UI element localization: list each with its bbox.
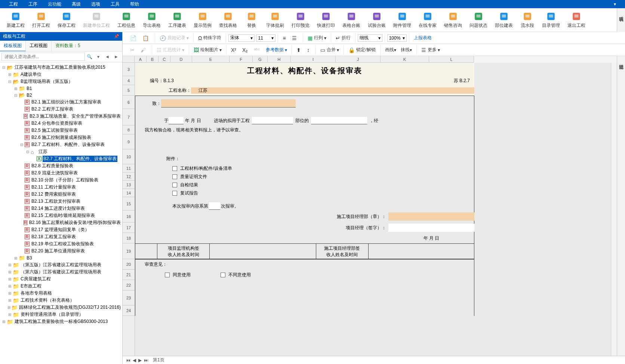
expand-icon[interactable] <box>19 136 24 140</box>
erase-line-button[interactable]: 抹线▾ <box>398 46 414 54</box>
project-info-button[interactable]: 工程信息 <box>114 10 139 30</box>
row-header[interactable]: 20 <box>123 259 135 270</box>
pager-last-icon[interactable]: ⏭ <box>143 358 150 363</box>
tree-node[interactable]: RB2.9 混凝土浇筑报审表 <box>1 169 121 177</box>
tree-node[interactable]: ⊞📁E市政工程 <box>1 283 121 290</box>
row-header[interactable]: 11 <box>123 164 135 172</box>
line-style-select[interactable]: 细线▾ <box>358 34 382 42</box>
tree-node[interactable]: XB2.7 工程材料、构配件、设备报审表 <box>1 155 121 162</box>
expand-icon[interactable] <box>19 107 24 112</box>
tree-node[interactable]: RB2.16 施工起重机械设备安装/使用/拆卸报审表 <box>1 219 121 226</box>
expand-icon[interactable]: ⊞ <box>7 277 12 281</box>
format-painter-icon[interactable]: 🖌 <box>138 46 150 54</box>
col-header[interactable]: D <box>170 56 192 62</box>
tree-node[interactable]: RB2.8 工程质量报验表 <box>1 162 121 169</box>
tree-node[interactable]: ⊞📁资料管理通用清单（目录管理） <box>1 311 121 318</box>
row-header[interactable]: 18 <box>123 233 135 243</box>
row-header[interactable]: 12 <box>123 172 135 181</box>
checkbox-a2[interactable] <box>172 174 177 179</box>
col-header[interactable]: A <box>135 56 147 62</box>
tree-node[interactable]: RB2.5 施工试验室报审表 <box>1 127 121 134</box>
col-header[interactable]: I <box>291 56 336 62</box>
tree-node[interactable]: RB2.13 工程款支付报审表 <box>1 198 121 205</box>
expand-icon[interactable]: ⊞ <box>7 72 12 77</box>
col-header[interactable]: F <box>230 56 253 62</box>
tree-node[interactable]: RB2.1 施工组织设计/施工方案报审表 <box>1 99 121 106</box>
menu-item[interactable]: 选项 <box>86 1 105 7</box>
upload-button[interactable]: 上报表格 <box>412 34 434 42</box>
tree-node[interactable]: ⊟RB2.7 工程材料、构配件、设备报审表 <box>1 141 121 148</box>
tree-node[interactable]: ⊞📁各地市专用表格 <box>1 290 121 297</box>
orig-record-button[interactable]: 🕘原始记录▾ <box>157 34 191 42</box>
tab-project-view[interactable]: 工程视图 <box>26 41 52 51</box>
col-header[interactable]: C <box>158 56 170 62</box>
row-header[interactable]: 21 <box>123 270 135 280</box>
menu-item[interactable]: 工程 <box>4 1 23 7</box>
field-project[interactable] <box>252 117 293 124</box>
expand-icon[interactable] <box>19 192 24 197</box>
expand-icon[interactable]: ⊞ <box>13 86 18 91</box>
attach-manage-button[interactable]: 附件管理 <box>390 10 415 30</box>
tree-node[interactable]: ⊟📂B2 <box>1 92 121 99</box>
cut-icon[interactable]: ✂ <box>128 46 138 54</box>
valign-middle-icon[interactable]: ↕ <box>305 46 313 54</box>
test-ledger-button[interactable]: 试验台账 <box>364 10 390 30</box>
expand-icon[interactable] <box>19 228 24 232</box>
search-icon[interactable]: 🔍 <box>85 53 94 61</box>
tree-node[interactable]: ⊟⌂江苏 <box>1 148 121 155</box>
print-preview-button[interactable]: 打印预览 <box>288 10 313 30</box>
tree-node[interactable]: ⊞📁B3 <box>1 255 121 261</box>
font-size-select[interactable]: 11▾ <box>256 34 275 42</box>
field-recipient[interactable] <box>161 99 296 108</box>
expand-icon[interactable] <box>19 164 24 168</box>
row-header[interactable]: 23 <box>123 290 135 305</box>
strikethrough-icon[interactable]: ᵃᵇᶜ <box>252 46 264 54</box>
row-header[interactable]: 9 <box>123 134 135 149</box>
tree-node[interactable]: RB2.15 工程临时/最终延期报审表 <box>1 212 121 219</box>
proc-build-table-button[interactable]: 工序建表 <box>164 10 190 30</box>
expand-icon[interactable]: ⊞ <box>7 270 12 274</box>
tab-template-view[interactable]: 模板视图 <box>0 41 26 51</box>
search-history-icon[interactable]: ▾ <box>94 53 103 61</box>
dir-manage-button[interactable]: 目录管理 <box>538 10 564 30</box>
draw-line-button[interactable]: 画线▾ <box>383 46 398 54</box>
draw-pic-button[interactable]: 🖼绘制图片▾ <box>191 46 224 54</box>
menu-item[interactable]: 高级 <box>67 1 86 7</box>
row-header[interactable]: 8 <box>123 125 135 134</box>
section-flow-button[interactable]: 流水段 <box>517 10 538 30</box>
align-left-icon[interactable]: ≡ <box>280 34 289 42</box>
expand-icon[interactable]: ⊞ <box>7 312 12 317</box>
tree-node[interactable]: RB2.14 施工进度计划报审表 <box>1 205 121 212</box>
col-header[interactable]: H <box>268 56 291 62</box>
checkbox-agree[interactable] <box>165 273 170 277</box>
expand-icon[interactable] <box>19 114 23 119</box>
subscript-icon[interactable]: X₂ <box>240 46 252 54</box>
tree-node[interactable]: RB2.3 施工现场质量、安全生产管理体系报审表 <box>1 113 121 120</box>
tree-node[interactable]: RB2.11 工程计量报审表 <box>1 184 121 191</box>
tree-node[interactable]: RB2.4 分包单位资质报审表 <box>1 120 121 127</box>
menu-dropdown-icon[interactable]: ▾ <box>609 1 621 7</box>
save-project-button[interactable]: 保存工程 <box>54 10 79 30</box>
export-table-button[interactable]: 导出表格 <box>139 10 164 30</box>
expand-icon[interactable] <box>19 235 24 239</box>
expand-icon[interactable] <box>19 214 24 218</box>
field-pm-dept[interactable] <box>388 212 474 221</box>
col-header[interactable]: B <box>147 56 158 62</box>
row-header[interactable]: 17 <box>123 223 135 233</box>
tree-view[interactable]: ⊟📂江苏省建筑与市政工程施工质量验收系统2015⊞📁A建设单位⊟📂B监理现场用表… <box>0 62 122 364</box>
show-sample-button[interactable]: 显示范例 <box>190 10 215 30</box>
row-header[interactable]: 24 <box>123 305 135 316</box>
linewrap-button[interactable]: ↵折行 <box>333 34 353 42</box>
row-header[interactable]: 15 <box>123 197 135 211</box>
row-header[interactable]: 14 <box>123 189 135 197</box>
font-approve-button[interactable]: 字体批刷 <box>262 10 288 30</box>
vertical-scrollbar[interactable] <box>611 63 617 356</box>
col-header[interactable]: K <box>381 56 429 62</box>
field-year[interactable] <box>169 117 184 124</box>
expand-icon[interactable] <box>19 185 24 190</box>
row-header[interactable]: 22 <box>123 280 135 290</box>
expand-icon[interactable] <box>19 221 23 225</box>
lock-button[interactable]: 🔒锁定/解锁 <box>346 46 378 54</box>
issue-status-button[interactable]: 问题状态 <box>466 10 491 30</box>
field-review-no[interactable] <box>209 202 220 210</box>
